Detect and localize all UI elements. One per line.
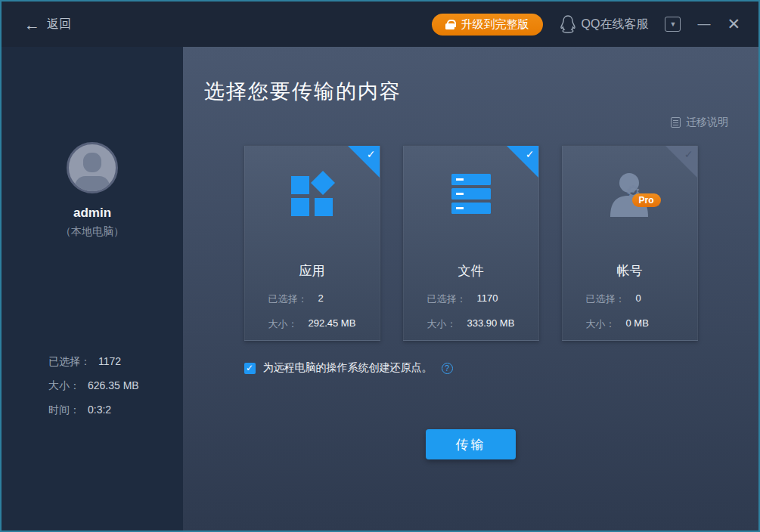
app-window: ← 返回 升级到完整版 QQ在线客服 ▼ — ✕ <box>0 0 760 532</box>
sidebar: admin （本地电脑） 已选择： 1172 大小： 626.35 MB 时间：… <box>2 47 183 530</box>
category-cards: ✓ 应用 已选择： 2 <box>244 145 698 341</box>
card-selected-row: 已选择： 0 <box>586 292 697 306</box>
stat-time: 时间： 0:3:2 <box>48 404 139 417</box>
minimize-icon: — <box>697 17 710 32</box>
back-button[interactable]: ← 返回 <box>24 17 71 32</box>
chevron-down-icon: ▼ <box>669 20 676 28</box>
card-selected-row: 已选择： 2 <box>268 292 380 306</box>
card-title: 应用 <box>245 262 380 280</box>
restore-point-row: ✓ 为远程电脑的操作系统创建还原点。 ? <box>244 361 698 375</box>
card-size-row: 大小： 333.90 MB <box>427 317 538 331</box>
card-files[interactable]: ✓ 文件 已选择： <box>403 145 539 341</box>
user-note: （本地电脑） <box>60 225 124 239</box>
card-size-row: 大小： 292.45 MB <box>268 317 380 331</box>
main-panel: 选择您要传输的内容 迁移说明 ✓ <box>183 47 758 530</box>
restore-point-label: 为远程电脑的操作系统创建还原点。 <box>263 361 433 375</box>
titlebar-actions: 升级到完整版 QQ在线客服 ▼ — ✕ <box>432 14 741 36</box>
stat-size: 大小： 626.35 MB <box>48 379 139 393</box>
lock-icon <box>445 20 454 29</box>
card-applications[interactable]: ✓ 应用 已选择： 2 <box>244 145 380 341</box>
close-icon: ✕ <box>727 15 740 33</box>
upgrade-label: 升级到完整版 <box>461 17 529 32</box>
card-size-row: 大小： 0 MB <box>586 317 697 331</box>
avatar <box>67 142 118 193</box>
migration-guide-label: 迁移说明 <box>686 116 728 129</box>
card-title: 文件 <box>404 262 538 280</box>
migration-guide-link[interactable]: 迁移说明 <box>671 116 728 129</box>
qq-support-button[interactable]: QQ在线客服 <box>560 15 649 33</box>
back-label: 返回 <box>47 17 71 32</box>
user-name: admin <box>73 206 111 221</box>
card-title: 帐号 <box>563 262 697 280</box>
upgrade-button[interactable]: 升级到完整版 <box>432 14 543 36</box>
qq-penguin-icon <box>560 15 576 33</box>
back-arrow-icon: ← <box>24 17 40 32</box>
close-button[interactable]: ✕ <box>727 15 740 33</box>
card-selected-row: 已选择： 1170 <box>427 292 538 306</box>
card-accounts[interactable]: ✓ ⚙ Pro 帐号 已选择： 0 <box>562 145 698 341</box>
titlebar: ← 返回 升级到完整版 QQ在线客服 ▼ — ✕ <box>2 2 758 47</box>
app-body: admin （本地电脑） 已选择： 1172 大小： 626.35 MB 时间：… <box>2 47 758 530</box>
check-icon: ✓ <box>526 148 535 160</box>
document-icon <box>671 117 681 128</box>
pro-badge: Pro <box>632 193 661 207</box>
stat-selected: 已选择： 1172 <box>48 355 139 369</box>
summary-stats: 已选择： 1172 大小： 626.35 MB 时间： 0:3:2 <box>48 355 139 428</box>
feedback-dropdown-button[interactable]: ▼ <box>665 17 681 32</box>
check-icon: ✓ <box>684 148 693 160</box>
qq-label: QQ在线客服 <box>582 17 649 32</box>
transfer-button[interactable]: 传输 <box>426 429 516 459</box>
check-icon: ✓ <box>367 148 376 160</box>
restore-point-checkbox[interactable]: ✓ <box>244 363 256 374</box>
minimize-button[interactable]: — <box>697 17 710 32</box>
page-title: 选择您要传输的内容 <box>204 78 758 105</box>
avatar-person-icon <box>83 153 101 172</box>
help-icon[interactable]: ? <box>442 363 453 374</box>
